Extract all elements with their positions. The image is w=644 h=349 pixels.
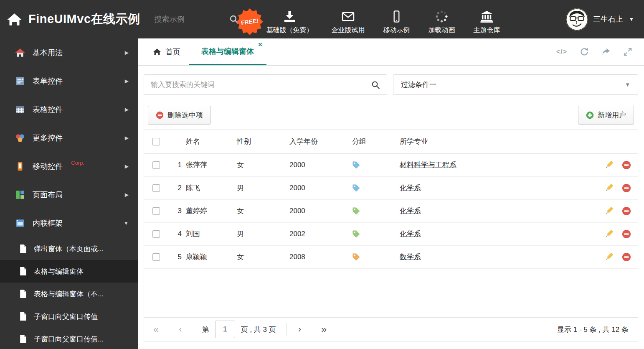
- tab-label: 表格与编辑窗体: [201, 46, 254, 56]
- top-header: FineUIMvc在线示例 FREE! 基础版（免费） 企业版试用 移动示例: [0, 0, 644, 38]
- prev-page-icon[interactable]: ‹: [179, 325, 182, 334]
- nav-label: 企业版试用: [332, 26, 365, 35]
- sidebar-subitem-child-to-parent-2[interactable]: 子窗口向父窗口传值...: [0, 328, 138, 349]
- table-row[interactable]: 3 董婷婷 女 2000 化学系: [144, 199, 638, 222]
- header-search: [155, 14, 239, 24]
- close-icon[interactable]: ×: [258, 41, 262, 48]
- header-search-input[interactable]: [155, 15, 209, 24]
- corp-badge: Corp.: [71, 160, 84, 166]
- major-link[interactable]: 数学系: [400, 253, 421, 261]
- sidebar-subitem-grid-edit-window-2[interactable]: 表格与编辑窗体（不...: [0, 283, 138, 305]
- delete-icon[interactable]: [622, 183, 631, 193]
- delete-icon[interactable]: [622, 252, 631, 262]
- cell-name: 陈飞: [186, 176, 237, 199]
- next-page-icon[interactable]: ›: [298, 325, 301, 334]
- table-row[interactable]: 5 康颖颖 女 2008 数学系: [144, 245, 638, 268]
- nav-label: 移动示例: [383, 26, 410, 35]
- nav-item-basic-edition[interactable]: FREE! 基础版（免费）: [266, 10, 313, 35]
- edit-icon[interactable]: [604, 183, 614, 193]
- page-suffix-label: 页 , 共 3 页: [241, 325, 276, 334]
- sidebar-item-label: 页面布局: [33, 190, 63, 200]
- delete-icon[interactable]: [622, 206, 631, 216]
- row-checkbox[interactable]: [152, 230, 160, 238]
- nav-item-mobile-demo[interactable]: 移动示例: [383, 10, 410, 35]
- row-checkbox[interactable]: [152, 161, 160, 169]
- sidebar-item-label: 基本用法: [33, 48, 63, 58]
- sidebar-item-grid-controls[interactable]: 表格控件 ▶: [0, 95, 138, 124]
- row-checkbox[interactable]: [152, 207, 160, 215]
- first-page-icon[interactable]: «: [153, 324, 159, 334]
- sidebar-subitem-label: 子窗口向父窗口传值...: [34, 334, 104, 344]
- major-link[interactable]: 化学系: [400, 207, 421, 215]
- delete-selected-button[interactable]: 删除选中项: [148, 106, 211, 125]
- caret-down-icon: ▼: [625, 82, 630, 88]
- sidebar-item-page-layout[interactable]: 页面布局 ▶: [0, 181, 138, 209]
- bank-icon: [480, 10, 493, 23]
- sidebar-subitem-label: 弹出窗体（本页面或...: [34, 244, 104, 254]
- filter-dropdown[interactable]: 过滤条件一 ▼: [393, 74, 638, 95]
- share-icon[interactable]: [601, 47, 611, 56]
- major-link[interactable]: 化学系: [400, 184, 421, 192]
- source-code-icon[interactable]: </>: [556, 48, 567, 56]
- edit-icon[interactable]: [604, 206, 614, 216]
- cell-name: 董婷婷: [186, 199, 237, 222]
- add-user-button[interactable]: 新增用户: [578, 106, 634, 125]
- edit-icon[interactable]: [604, 160, 614, 170]
- sidebar-item-basic-usage[interactable]: 基本用法 ▶: [0, 38, 138, 67]
- search-icon[interactable]: [371, 80, 380, 89]
- sidebar-item-mobile-controls[interactable]: 移动控件 Corp. ▶: [0, 152, 138, 181]
- sidebar-subitem-child-to-parent[interactable]: 子窗口向父窗口传值: [0, 305, 138, 328]
- nav-label: 基础版（免费）: [266, 26, 313, 35]
- table-row[interactable]: 2 陈飞 男 2000 化学系: [144, 176, 638, 199]
- row-index: 1: [167, 153, 186, 176]
- delete-icon[interactable]: [622, 160, 631, 170]
- nav-item-loading-animation[interactable]: 加载动画: [428, 10, 455, 35]
- expand-icon[interactable]: [623, 47, 632, 56]
- sidebar-item-label: 更多控件: [33, 133, 63, 143]
- file-icon: [19, 289, 27, 298]
- page-number-input[interactable]: [215, 321, 235, 338]
- sidebar-item-form-controls[interactable]: 表单控件 ▶: [0, 67, 138, 95]
- tab-tools: </>: [556, 38, 644, 65]
- row-checkbox[interactable]: [152, 184, 160, 192]
- nav-label: 加载动画: [428, 26, 455, 35]
- add-user-label: 新增用户: [598, 110, 626, 120]
- select-all-checkbox[interactable]: [152, 138, 160, 145]
- grid-toolbar: 删除选中项 新增用户: [144, 101, 638, 130]
- app-window: FineUIMvc在线示例 FREE! 基础版（免费） 企业版试用 移动示例: [0, 0, 644, 349]
- sidebar-item-more-controls[interactable]: 更多控件 ▶: [0, 124, 138, 152]
- nav-item-theme-repo[interactable]: 主题仓库: [474, 10, 500, 35]
- delete-selected-label: 删除选中项: [167, 110, 203, 120]
- sidebar-subitem-label: 子窗口向父窗口传值: [34, 312, 98, 321]
- sidebar-item-iframe[interactable]: 内联框架 ▼: [0, 209, 138, 237]
- sidebar-item-label: 表单控件: [33, 76, 63, 86]
- edit-icon[interactable]: [604, 229, 614, 239]
- refresh-icon[interactable]: [580, 47, 589, 56]
- table-row[interactable]: 4 刘国 男 2002 化学系: [144, 222, 638, 245]
- delete-icon[interactable]: [622, 229, 631, 239]
- user-menu[interactable]: 三生石上 ▼: [566, 8, 644, 31]
- nav-item-enterprise-trial[interactable]: 企业版试用: [332, 10, 365, 35]
- table-row[interactable]: 1 张萍萍 女 2000 材料科学与工程系: [144, 153, 638, 176]
- last-page-icon[interactable]: »: [321, 324, 327, 334]
- cell-name: 康颖颖: [186, 245, 237, 268]
- major-link[interactable]: 材料科学与工程系: [400, 161, 456, 169]
- tab-home[interactable]: 首页: [145, 38, 189, 65]
- column-gender: 性别: [237, 130, 289, 153]
- cell-year: 2000: [289, 153, 352, 176]
- sidebar-subitem-popup-window[interactable]: 弹出窗体（本页面或...: [0, 237, 138, 260]
- filter-dropdown-value: 过滤条件一: [401, 80, 436, 89]
- sidebar-item-label: 内联框架: [33, 218, 63, 228]
- sidebar-subitem-grid-edit-window[interactable]: 表格与编辑窗体: [0, 260, 138, 283]
- file-icon: [19, 312, 27, 321]
- cell-gender: 男: [237, 222, 289, 245]
- edit-icon[interactable]: [604, 252, 614, 262]
- keyword-search-input[interactable]: [151, 81, 367, 89]
- column-name: 姓名: [186, 130, 237, 153]
- major-link[interactable]: 化学系: [400, 230, 421, 238]
- shapes-icon: [15, 133, 25, 143]
- mail-icon: [342, 10, 355, 23]
- row-checkbox[interactable]: [152, 253, 160, 261]
- tab-grid-edit-window[interactable]: 表格与编辑窗体 ×: [189, 38, 266, 65]
- chevron-right-icon: ▶: [125, 163, 129, 169]
